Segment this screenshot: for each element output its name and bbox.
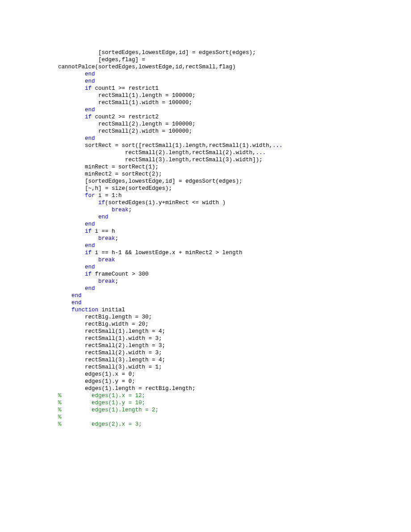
- code-token: count1 >= restrict1: [92, 85, 159, 92]
- code-line: % edges(1).y = 10;: [58, 399, 411, 406]
- code-line: break;: [58, 206, 411, 214]
- code-line: rectSmall(1).width = 3;: [58, 335, 411, 342]
- code-token: end: [85, 78, 95, 84]
- code-token: [sortedEdges,lowestEdge,id] = edgesSort(…: [58, 50, 256, 56]
- code-token: [58, 85, 85, 92]
- code-page: [sortedEdges,lowestEdge,id] = edgesSort(…: [0, 0, 411, 428]
- code-token: edges(1).x = 0;: [58, 371, 135, 377]
- code-line: rectSmall(3).length,rectSmall(3).width])…: [58, 156, 411, 163]
- code-line: % edges(2).x = 3;: [58, 421, 411, 428]
- code-token: [58, 78, 85, 84]
- code-token: [58, 250, 85, 256]
- code-token: rectSmall(2).length = 3;: [58, 343, 165, 349]
- code-token: [58, 293, 71, 299]
- code-token: end: [85, 243, 95, 249]
- code-token: if: [85, 114, 92, 120]
- code-token: initial: [98, 307, 125, 313]
- code-line: end: [58, 264, 411, 271]
- code-token: if: [85, 271, 92, 277]
- code-line: rectSmall(1).width = 100000;: [58, 99, 411, 106]
- code-token: ;: [129, 207, 132, 213]
- code-line: if frameCount > 300: [58, 271, 411, 278]
- code-token: rectSmall(3).length,rectSmall(3).width])…: [58, 157, 263, 163]
- code-token: break: [98, 278, 115, 285]
- code-token: [58, 235, 98, 242]
- code-token: end: [71, 293, 82, 299]
- code-token: [58, 285, 85, 292]
- code-token: function: [71, 307, 98, 313]
- code-token: [58, 300, 71, 306]
- code-token: [58, 207, 112, 213]
- code-token: for: [85, 193, 95, 199]
- code-token: ...: [273, 142, 283, 149]
- code-line: end: [58, 285, 411, 292]
- code-token: end: [85, 71, 95, 77]
- code-line: rectSmall(2).length = 100000;: [58, 121, 411, 128]
- code-token: [58, 228, 85, 235]
- code-token: % edges(2).x = 3;: [58, 421, 142, 427]
- code-token: [58, 200, 98, 206]
- code-token: [58, 114, 85, 120]
- code-line: end: [58, 78, 411, 85]
- code-line: rectSmall(1).length = 100000;: [58, 92, 411, 99]
- code-token: if: [85, 228, 92, 235]
- code-line: end: [58, 71, 411, 78]
- code-token: end: [71, 300, 82, 306]
- code-token: rectSmall(1).length = 100000;: [58, 92, 196, 99]
- code-line: end: [58, 221, 411, 228]
- code-token: cannotPalce(sortedEdges,lowestEdge,id,re…: [58, 64, 236, 70]
- code-line: for i = 1:h: [58, 192, 411, 199]
- code-token: % edges(1).y = 10;: [58, 400, 145, 406]
- code-token: i == h-1 && lowestEdge.x + minRect2 > le…: [92, 250, 243, 256]
- code-token: end: [85, 285, 95, 292]
- code-token: [58, 71, 85, 77]
- code-token: [~,h] = size(sortedEdges);: [58, 185, 172, 192]
- code-line: break;: [58, 235, 411, 242]
- code-token: [58, 221, 85, 227]
- code-token: rectSmall(1).length = 4;: [58, 328, 165, 335]
- code-token: break: [112, 207, 129, 213]
- code-line: end: [58, 135, 411, 142]
- code-token: ;: [115, 235, 119, 242]
- code-line: end: [58, 106, 411, 113]
- code-token: % edges(1).length = 2;: [58, 407, 159, 413]
- code-token: sortRect = sort([rectSmall(1).length,rec…: [58, 142, 273, 149]
- code-line: [sortedEdges,lowestEdge,id] = edgesSort(…: [58, 49, 411, 56]
- code-token: i == h: [92, 228, 115, 235]
- code-token: %: [58, 414, 62, 420]
- code-line: [~,h] = size(sortedEdges);: [58, 185, 411, 192]
- code-line: rectSmall(2).width = 3;: [58, 349, 411, 356]
- code-token: rectSmall(3).width = 1;: [58, 364, 162, 370]
- code-line: break: [58, 256, 411, 264]
- code-line: sortRect = sort([rectSmall(1).length,rec…: [58, 142, 411, 149]
- code-token: rectSmall(2).width = 3;: [58, 350, 162, 356]
- code-token: [58, 257, 98, 263]
- code-line: if i == h-1 && lowestEdge.x + minRect2 >…: [58, 249, 411, 256]
- code-token: rectSmall(2).width = 100000;: [58, 128, 192, 134]
- code-token: rectSmall(1).width = 100000;: [58, 100, 192, 106]
- code-line: if count2 >= restrict2: [58, 113, 411, 121]
- code-token: minRect = sortRect(1);: [58, 164, 159, 170]
- code-token: [58, 135, 85, 142]
- code-token: [sortedEdges,lowestEdge,id] = edgesSort(…: [58, 178, 243, 184]
- code-token: if: [98, 200, 105, 206]
- code-token: end: [85, 221, 95, 227]
- code-token: count2 >= restrict2: [92, 114, 159, 120]
- code-token: [58, 107, 85, 113]
- code-token: minRect2 = sortRect(2);: [58, 171, 162, 177]
- code-line: break;: [58, 278, 411, 285]
- code-line: rectSmall(2).length,rectSmall(2).width,.…: [58, 149, 411, 156]
- code-token: [58, 307, 71, 313]
- code-line: [sortedEdges,lowestEdge,id] = edgesSort(…: [58, 178, 411, 185]
- code-line: end: [58, 242, 411, 249]
- code-token: [58, 264, 85, 270]
- code-line: rectBig.length = 30;: [58, 314, 411, 321]
- code-line: edges(1).x = 0;: [58, 371, 411, 378]
- code-token: i = 1:h: [95, 193, 122, 199]
- code-token: end: [85, 107, 95, 113]
- code-token: [58, 278, 98, 285]
- code-token: [58, 271, 85, 277]
- code-line: rectSmall(2).width = 100000;: [58, 128, 411, 135]
- code-block: [sortedEdges,lowestEdge,id] = edgesSort(…: [58, 49, 411, 428]
- code-token: edges(1).y = 0;: [58, 378, 135, 385]
